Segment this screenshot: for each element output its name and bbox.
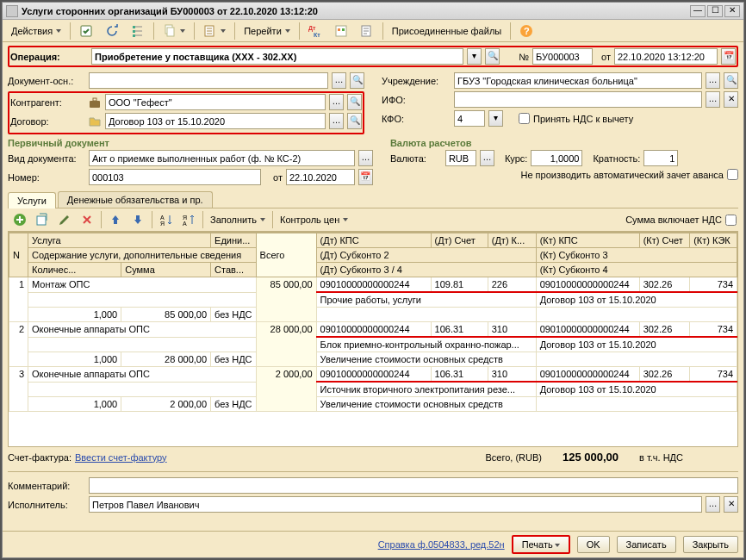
svg-rect-1 [133, 26, 135, 28]
add-copy-icon[interactable] [32, 211, 53, 228]
svg-text:?: ? [524, 26, 530, 36]
doc-basis-input[interactable] [89, 72, 328, 89]
ok-button[interactable]: OK [577, 536, 610, 553]
contract-search-button[interactable]: 🔍 [347, 113, 362, 129]
doctype-input[interactable] [89, 150, 355, 166]
goto-menu[interactable]: Перейти [239, 23, 295, 39]
sort-asc-icon[interactable]: AЯ [156, 211, 177, 228]
sf-link[interactable]: Ввести счет-фактуру [75, 452, 167, 463]
tab-obligations[interactable]: Денежные обязательства и пр. [58, 191, 213, 208]
doc-basis-pick-button[interactable]: … [332, 72, 346, 89]
operation-row: Операция: ▾ 🔍 № от 📅 [8, 46, 738, 67]
grid-toolbar: AЯ ЯA Заполнить Контроль цен Сумма включ… [8, 208, 738, 232]
tab-services[interactable]: Услуги [8, 192, 56, 208]
svg-text:A: A [160, 215, 165, 221]
folder-icon [88, 115, 102, 128]
table-row[interactable]: 3 Оконечные аппараты ОПС 2 000,00 090100… [9, 367, 737, 383]
no-autofset-label: Не производить автоматический зачет аван… [520, 170, 724, 180]
kfo-label: КФО: [382, 114, 451, 124]
ifo-input[interactable] [454, 91, 702, 108]
svg-rect-18 [37, 216, 46, 225]
delete-row-icon[interactable] [77, 211, 97, 228]
ifo-clear-button[interactable]: ✕ [724, 91, 738, 108]
fill-icon[interactable] [198, 22, 231, 40]
report-icon[interactable] [355, 22, 379, 40]
close-button[interactable]: ✕ [724, 5, 740, 17]
operation-input[interactable] [91, 48, 463, 65]
maximize-button[interactable]: ☐ [707, 5, 723, 17]
post-icon[interactable] [74, 22, 98, 40]
contract-input[interactable] [105, 113, 326, 129]
executor-input[interactable] [89, 496, 702, 513]
fill-menu[interactable]: Заполнить [207, 213, 269, 227]
actions-menu[interactable]: Действия [6, 23, 66, 39]
separator [70, 22, 71, 40]
move-up-icon[interactable] [105, 211, 126, 228]
svg-rect-16 [93, 98, 96, 101]
table-row[interactable]: 1 Монтаж ОПС 85 000,00 09010000000000244… [9, 277, 737, 293]
structure-icon[interactable] [126, 22, 150, 40]
docdate-picker-button[interactable]: 📅 [358, 169, 373, 185]
print-button[interactable]: Печать [512, 535, 570, 554]
rate-input[interactable] [531, 150, 582, 166]
move-down-icon[interactable] [127, 211, 148, 228]
contractor-search-button[interactable]: 🔍 [347, 94, 362, 110]
contractor-pick-button[interactable]: … [329, 94, 344, 110]
table-row[interactable]: 2 Оконечные аппараты ОПС 28 000,00 09010… [9, 322, 737, 338]
vat-accept-checkbox[interactable] [519, 113, 530, 124]
minimize-button[interactable]: — [690, 5, 706, 17]
sections: Первичный документ Вид документа: … Номе… [8, 134, 738, 188]
svg-text:Я: Я [183, 215, 187, 221]
docnum-input[interactable] [89, 169, 261, 185]
date-input[interactable] [614, 48, 718, 65]
ifo-pick-button[interactable]: … [706, 91, 720, 108]
edit-row-icon[interactable] [54, 211, 75, 228]
operation-dropdown-button[interactable]: ▾ [467, 48, 482, 65]
executor-pick-button[interactable]: … [706, 496, 720, 513]
ifo-label: ИФО: [382, 95, 451, 105]
mult-label: Кратность: [593, 153, 640, 164]
currency-input[interactable] [445, 150, 476, 166]
sort-desc-icon[interactable]: ЯA [178, 211, 199, 228]
institution-search-button[interactable]: 🔍 [724, 72, 738, 89]
executor-clear-button[interactable]: ✕ [724, 496, 738, 513]
svg-rect-20 [136, 215, 140, 220]
dtkt-icon[interactable]: ДтКт [303, 22, 327, 40]
vat-total-label: в т.ч. НДС [639, 452, 683, 463]
no-autofset-checkbox[interactable] [727, 169, 738, 180]
institution-pick-button[interactable]: … [706, 72, 720, 89]
doc-basis-search-button[interactable]: 🔍 [350, 72, 364, 89]
mult-input[interactable] [643, 150, 678, 166]
contractor-input[interactable] [105, 94, 326, 110]
institution-input[interactable] [454, 72, 702, 89]
price-control-menu[interactable]: Контроль цен [277, 213, 351, 227]
export-icon[interactable] [329, 22, 353, 40]
attached-files-menu[interactable]: Присоединенные файлы [387, 23, 507, 39]
doctype-pick-button[interactable]: … [358, 150, 373, 166]
operation-search-button[interactable]: 🔍 [485, 48, 500, 65]
sf-label: Счет-фактура: [8, 452, 71, 463]
refresh-icon[interactable] [100, 22, 124, 40]
rate-label: Курс: [505, 153, 527, 164]
contract-pick-button[interactable]: … [329, 113, 344, 129]
kfo-dropdown-button[interactable]: ▾ [488, 110, 503, 127]
svg-text:A: A [183, 221, 187, 227]
kfo-input[interactable] [454, 110, 485, 127]
date-picker-button[interactable]: 📅 [721, 48, 736, 65]
vat-included-checkbox[interactable] [725, 215, 737, 226]
comment-input[interactable] [89, 477, 738, 494]
currency-pick-button[interactable]: … [480, 150, 494, 166]
currency-title: Валюта расчетов [390, 138, 738, 148]
add-row-icon[interactable] [9, 211, 30, 228]
copy-doc-icon[interactable] [158, 22, 190, 40]
help-icon[interactable]: ? [514, 22, 538, 40]
title-bar: Услуги сторонних организаций БУ000003 от… [3, 3, 743, 20]
docdate-input[interactable] [286, 169, 355, 185]
reference-link[interactable]: Справка ф.0504833, ред.52н [378, 539, 505, 550]
save-button[interactable]: Записать [617, 536, 676, 553]
content-area: Операция: ▾ 🔍 № от 📅 Документ-осн.: … 🔍 [3, 42, 743, 531]
number-input[interactable] [532, 48, 593, 65]
close-bottom-button[interactable]: Закрыть [683, 536, 738, 553]
services-grid[interactable]: N УслугаЕдини... Всего (Дт) КПС(Дт) Счет… [8, 232, 738, 447]
contract-label: Договор: [10, 116, 84, 127]
